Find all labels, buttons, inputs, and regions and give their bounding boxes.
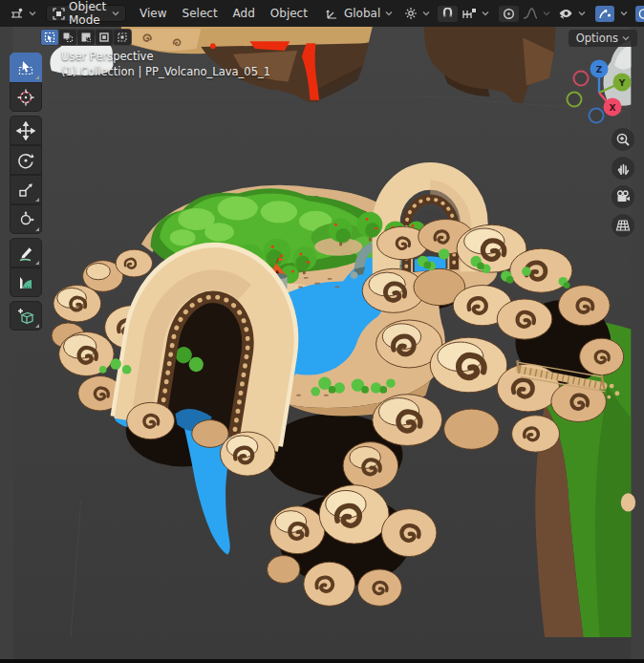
chevron-down-icon xyxy=(578,11,586,16)
svg-text:X: X xyxy=(610,103,616,113)
tool-select-box[interactable] xyxy=(10,53,42,82)
select-mode-invert[interactable] xyxy=(96,30,113,45)
object-visibility-selector[interactable] xyxy=(554,6,590,22)
show-gizmo-icon xyxy=(598,8,612,20)
options-button[interactable]: Options xyxy=(569,30,637,47)
show-gizmo-toggle[interactable] xyxy=(595,6,614,22)
orientation-axes-icon xyxy=(325,8,338,20)
menu-object[interactable]: Object xyxy=(263,4,315,23)
chevron-down-icon xyxy=(385,11,393,16)
pivot-point-selector[interactable] xyxy=(400,5,434,22)
viewport-editor-icon xyxy=(10,8,24,20)
gizmo-axis-x[interactable]: X xyxy=(604,98,622,117)
pan-button[interactable] xyxy=(612,157,634,180)
snap-magnet-icon xyxy=(441,8,454,20)
transform-orientation-selector[interactable]: Global xyxy=(323,5,395,22)
show-overlays-toggle[interactable] xyxy=(635,6,644,22)
chevron-down-icon xyxy=(422,11,430,16)
chevron-down-icon xyxy=(622,35,630,41)
orientation-label: Global xyxy=(344,7,380,20)
menu-view[interactable]: View xyxy=(132,4,174,23)
svg-text:Y: Y xyxy=(618,78,626,88)
select-mode-intersect[interactable] xyxy=(114,30,131,45)
perspective-toggle-button[interactable] xyxy=(612,214,634,237)
falloff-selector[interactable] xyxy=(519,6,554,22)
editor-type-button[interactable] xyxy=(6,6,40,22)
camera-view-button[interactable] xyxy=(612,185,634,208)
mode-label: Object Mode xyxy=(69,0,106,27)
object-visibility-icon xyxy=(558,8,573,20)
snap-toggle[interactable] xyxy=(438,6,458,22)
select-mode-set[interactable] xyxy=(41,30,58,45)
navigation-gizmo[interactable]: Z Y X xyxy=(562,53,644,126)
options-label: Options xyxy=(576,32,618,45)
snap-with-selector[interactable] xyxy=(458,6,493,22)
mode-selector[interactable]: Object Mode xyxy=(46,5,126,22)
menu-select[interactable]: Select xyxy=(175,4,225,23)
svg-text:Z: Z xyxy=(596,65,603,75)
blender-window: Object Mode View Select Add Object Globa… xyxy=(0,0,644,663)
gizmo-axis-z[interactable]: Z xyxy=(590,60,609,78)
toolbar xyxy=(10,53,42,331)
viewport-canvas[interactable] xyxy=(0,27,644,659)
gizmo-negative-axes[interactable] xyxy=(568,72,604,123)
chevron-down-icon xyxy=(620,11,628,16)
falloff-curve-icon xyxy=(523,8,538,20)
select-mode-group xyxy=(40,29,132,46)
show-gizmo-dropdown[interactable] xyxy=(614,9,632,18)
proportional-editing-toggle[interactable] xyxy=(499,6,519,22)
show-overlays-icon xyxy=(638,8,644,20)
chevron-down-icon xyxy=(112,11,119,16)
menu-add[interactable]: Add xyxy=(225,4,263,23)
tool-add-cube[interactable] xyxy=(10,301,42,331)
viewport-nav-buttons xyxy=(612,128,634,243)
3d-viewport[interactable]: Options User Perspective (1) Collection … xyxy=(0,27,644,659)
tool-cursor[interactable] xyxy=(10,82,42,112)
tool-annotate[interactable] xyxy=(10,238,42,267)
snap-target-icon xyxy=(462,8,477,20)
select-mode-extend[interactable] xyxy=(59,30,76,45)
window-bottom-edge xyxy=(0,659,644,663)
viewport-header: Object Mode View Select Add Object Globa… xyxy=(0,0,644,27)
chevron-down-icon xyxy=(543,11,550,16)
chevron-down-icon xyxy=(482,11,489,16)
tool-move[interactable] xyxy=(10,116,42,145)
tool-scale[interactable] xyxy=(10,175,42,204)
select-mode-subtract[interactable] xyxy=(77,30,95,45)
proportional-editing-icon xyxy=(503,8,515,20)
tool-measure[interactable] xyxy=(10,267,42,297)
pivot-point-icon xyxy=(404,7,418,20)
object-mode-icon xyxy=(53,8,65,20)
chevron-down-icon xyxy=(29,11,36,16)
tool-transform[interactable] xyxy=(10,204,42,234)
gizmo-axis-y[interactable]: Y xyxy=(613,74,632,92)
tool-rotate[interactable] xyxy=(10,145,42,175)
zoom-button[interactable] xyxy=(612,128,634,151)
